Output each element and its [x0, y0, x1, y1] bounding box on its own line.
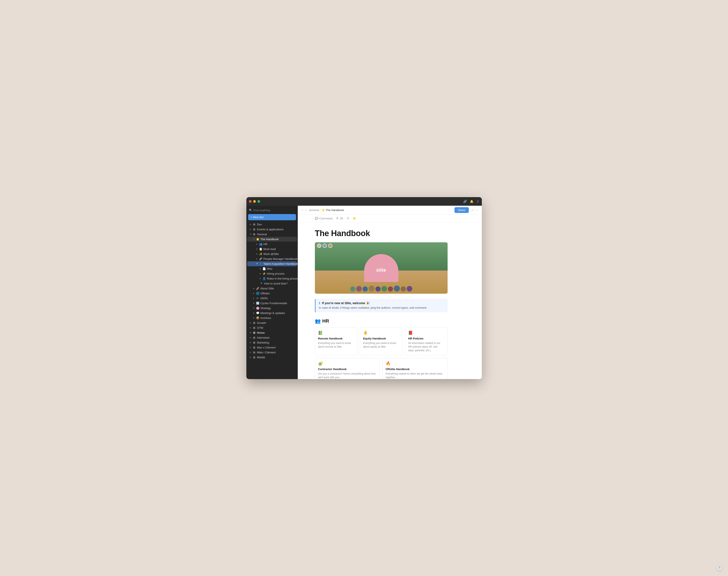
share-button[interactable]: Share — [455, 207, 469, 213]
sidebar-item-meetings[interactable]: ▶ 💬 Meetings & updates — [247, 311, 297, 316]
sidebar-item-events[interactable]: ▶ ⊞ Events & applications — [247, 227, 297, 232]
folder-meta[interactable]: 📁 — [353, 217, 356, 220]
interviews-icon: ⊞ — [253, 336, 256, 339]
sidebar-item-growth[interactable]: ▶ ⊞ Growth — [247, 320, 297, 325]
sidebar-item-interviews[interactable]: ▶ ⊞ Interviews — [247, 335, 297, 340]
back-button[interactable]: ‹ — [301, 208, 304, 212]
card-title: Contractor Handbook — [318, 368, 377, 371]
bell-icon[interactable]: 🔔 — [470, 200, 473, 203]
hero-image: slite — [315, 242, 447, 294]
sidebar-item-hr[interactable]: ▶ 👥 HR — [247, 242, 297, 247]
card-desc: All information related to our HR polici… — [408, 341, 444, 352]
sidebar-item-people-manager[interactable]: ▶ 🚀 People Manager Handbook — [247, 256, 297, 261]
card-contractor-handbook[interactable]: 🥑 Contractor Handbook Are you a contract… — [315, 358, 380, 379]
sidebar-item-the-handbook[interactable]: ▶ ⭐ The Handbook — [247, 237, 297, 242]
menu-icon[interactable]: ☰ — [476, 200, 479, 203]
chevron-icon: ▶ — [250, 332, 251, 334]
sidebar-item-max-clement[interactable]: ▶ ⊞ Max x Clément — [247, 345, 297, 350]
bias-icon: ❝ — [260, 282, 263, 285]
sidebar-item-avoid-bias[interactable]: ❝ How to avoid bias? — [247, 281, 297, 286]
avatar — [381, 286, 387, 291]
sidebar-item-general[interactable]: ▶ ⊞ General — [247, 232, 297, 237]
sidebar-item-label: Mobile — [257, 356, 265, 359]
sidebar-item-label: GTM — [257, 326, 263, 329]
minimize-button[interactable] — [253, 200, 256, 203]
card-desc: Everything related to when we get the wh… — [386, 372, 444, 379]
sidebar-item-about-slite[interactable]: ▶ 🚀 About Slite — [247, 286, 297, 291]
sidebar-item-must-read[interactable]: ▶ 📋 Must read — [247, 247, 297, 252]
breadcrumb-general[interactable]: General — [309, 208, 319, 212]
card-icon: 🤚 — [363, 330, 399, 335]
sidebar-item-cycles[interactable]: ▶ 🔄 Cycles Fundamentals — [247, 301, 297, 306]
sidebar-item-label: Events & applications — [257, 228, 284, 231]
sidebar-item-okrs[interactable]: ▶ ✂ OKRs — [247, 296, 297, 301]
chevron-icon: ▶ — [250, 346, 251, 348]
sidebar-item-archives[interactable]: ▶ 📦 Archives — [247, 316, 297, 320]
sidebar-item-misc[interactable]: ▶ 📄 Misc — [247, 266, 297, 271]
card-desc: Are you a contractor? Here's everything … — [318, 372, 377, 379]
sidebar-item-home[interactable]: ▶ ⊞ Home — [247, 330, 297, 335]
sidebar-item-label: Must read — [263, 248, 276, 251]
sidebar-item-gtm[interactable]: ▶ ⊞ GTM — [247, 325, 297, 330]
talent-icon: 👤 — [259, 262, 262, 265]
app-window: 🔗 🔔 ☰ 🔍 Find anything + New doc ▶ ⊞ Dev … — [246, 197, 482, 379]
chevron-icon: ▶ — [253, 307, 255, 309]
sidebar-item-offsites[interactable]: ▶ 🌐 Offsites — [247, 291, 297, 296]
app-body: 🔍 Find anything + New doc ▶ ⊞ Dev ▶ ⊞ Ev… — [246, 206, 482, 379]
card-offslite-handbook[interactable]: 🔥 Offslite Handbook Everything related t… — [382, 358, 447, 379]
avatar — [394, 286, 400, 291]
card-equity-handbook[interactable]: 🤚 Equity Handbook Everything you need to… — [360, 327, 402, 355]
offsites-icon: 🌐 — [256, 292, 259, 295]
sidebar-item-label: How to avoid bias? — [264, 282, 288, 285]
sidebar-item-mike[interactable]: ▶ ⊞ Mike / Clément — [247, 350, 297, 355]
sidebar-item-roles-hiring[interactable]: ▶ 👤 Roles in the hiring process — [247, 276, 297, 281]
section-hr-title: 👥 HR — [315, 318, 465, 324]
strategy-icon: 🌸 — [256, 307, 259, 310]
card-desc: Everything you need to know about equity… — [363, 341, 399, 349]
sidebar-item-talent-acquisition[interactable]: ▶ 👤 Talent Acquisition Handbook — [247, 261, 297, 266]
chevron-icon: ▶ — [250, 233, 252, 235]
breadcrumb: General / ⭐ The Handbook — [309, 208, 453, 212]
more-icon[interactable]: ··· — [476, 208, 478, 212]
titlebar: 🔗 🔔 ☰ — [246, 197, 482, 206]
star-icon[interactable]: ☆ — [471, 208, 474, 212]
sidebar-item-work-slite[interactable]: ▶ ✨ Work @Slite — [247, 252, 297, 256]
sidebar-item-strategy[interactable]: ▶ 🌸 Strategy — [247, 306, 297, 311]
sidebar-item-label: Max x Clément — [257, 346, 276, 349]
card-icon: 📕 — [408, 330, 444, 335]
card-hr-policies[interactable]: 📕 HR Policies All information related to… — [405, 327, 447, 355]
sidebar-item-label: Meetings & updates — [261, 312, 285, 315]
chevron-icon: ▶ — [250, 351, 251, 353]
sidebar-item-mobile[interactable]: ▶ ⊞ Mobile — [247, 355, 297, 360]
timer-meta[interactable]: ⏱ — [347, 217, 349, 220]
chevron-icon: ▶ — [250, 223, 251, 225]
avatar — [401, 286, 406, 291]
sidebar-item-hiring-process[interactable]: ▶ ⚡ Hiring process — [247, 271, 297, 276]
sidebar-item-dev[interactable]: ▶ ⊞ Dev — [247, 222, 297, 227]
chevron-icon: ▶ — [253, 297, 255, 299]
chevron-icon: ▶ — [256, 263, 258, 264]
chevron-icon: ▶ — [256, 248, 258, 250]
sidebar-item-label: Mike / Clément — [257, 351, 276, 354]
maximize-button[interactable] — [258, 200, 260, 203]
forward-button[interactable]: › — [304, 208, 308, 212]
sidebar-item-marketing[interactable]: ▶ ⊞ Marketing — [247, 340, 297, 345]
help-button[interactable]: ? — [716, 564, 723, 571]
close-button[interactable] — [249, 200, 252, 203]
growth-icon: ⊞ — [253, 321, 256, 324]
card-title: Equity Handbook — [363, 337, 399, 340]
events-icon: ⊞ — [253, 228, 256, 231]
new-doc-button[interactable]: + New doc — [248, 214, 296, 220]
views-meta[interactable]: 👁 35 — [336, 217, 343, 220]
link-icon[interactable]: 🔗 — [463, 200, 467, 203]
mike-icon: ⊞ — [253, 351, 256, 354]
doc-meta: 💬 Comments 👁 35 ⏱ 📁 — [298, 215, 482, 222]
content-area: 💬 Comments 👁 35 ⏱ 📁 Th — [298, 215, 482, 379]
comments-meta[interactable]: 💬 Comments — [315, 217, 333, 220]
work-icon: ✨ — [259, 252, 262, 256]
search-bar[interactable]: 🔍 Find anything — [246, 207, 298, 213]
card-desc: Everything you need to know about remote… — [318, 341, 354, 349]
general-icon: ⊞ — [253, 233, 256, 236]
chevron-icon: ▶ — [260, 267, 261, 270]
card-remote-handbook[interactable]: 📗 Remote Handbook Everything you need to… — [315, 327, 357, 355]
